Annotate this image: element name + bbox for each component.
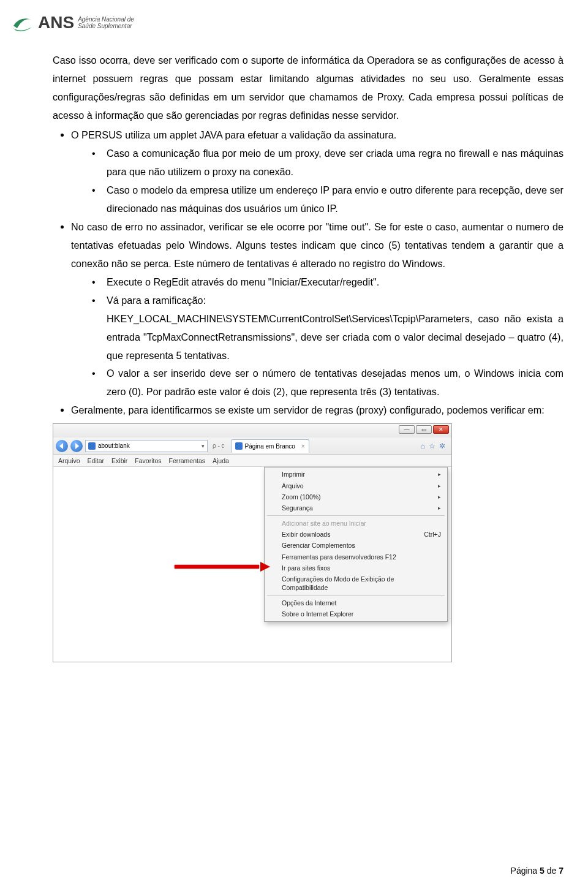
tools-context-menu: Imprimir▸ Arquivo▸ Zoom (100%)▸ Seguranç… <box>264 467 448 621</box>
back-button[interactable] <box>56 440 68 452</box>
menu-editar[interactable]: Editar <box>88 457 104 464</box>
browser-tab[interactable]: Página em Branco × <box>231 439 309 453</box>
menu-ajuda[interactable]: Ajuda <box>213 457 229 464</box>
cm-imprimir[interactable]: Imprimir▸ <box>266 469 446 480</box>
bullet-persus: O PERSUS utiliza um applet JAVA para efe… <box>71 126 564 218</box>
bullet-timeout: No caso de erro no assinador, verificar … <box>71 218 564 402</box>
ans-logo-text: ANS Agência Nacional de Saúde Suplementa… <box>38 14 134 31</box>
menu-separator <box>267 595 445 596</box>
cm-downloads[interactable]: Exibir downloadsCtrl+J <box>266 529 446 540</box>
tab-favicon-icon <box>235 442 243 450</box>
home-icon[interactable]: ⌂ <box>421 442 425 450</box>
registry-path: HKEY_LOCAL_MACHINE\SYSTEM\CurrentControl… <box>107 310 564 365</box>
tab-close-icon[interactable]: × <box>301 443 305 450</box>
gear-icon[interactable]: ✲ <box>439 442 445 450</box>
window-maximize-button[interactable]: ▭ <box>416 425 432 434</box>
menu-arquivo[interactable]: Arquivo <box>58 457 80 464</box>
cm-opcoes-internet[interactable]: Opções da Internet <box>266 597 446 608</box>
address-field[interactable]: about:blank ▾ <box>85 440 208 452</box>
cm-complementos[interactable]: Gerenciar Complementos <box>266 540 446 551</box>
page-header: ANS Agência Nacional de Saúde Suplementa… <box>0 0 588 34</box>
sub-bullet-ip: Caso o modelo da empresa utilize um ende… <box>89 181 564 218</box>
intro-paragraph: Caso isso ocorra, deve ser verificado co… <box>53 51 564 125</box>
menu-favoritos[interactable]: Favoritos <box>135 457 161 464</box>
cm-devtools[interactable]: Ferramentas para desenvolvedores F12 <box>266 551 446 562</box>
cm-add-iniciar: Adicionar site ao menu Iniciar <box>266 518 446 529</box>
cm-compat[interactable]: Configurações do Modo de Exibição de Com… <box>266 573 446 593</box>
page-total: 7 <box>559 866 564 876</box>
sub-bullet-regedit: Execute o RegEdit através do menu "Inici… <box>89 273 564 292</box>
ie-page-icon <box>88 442 96 450</box>
ie-content-area: Imprimir▸ Arquivo▸ Zoom (100%)▸ Seguranç… <box>53 467 451 662</box>
menu-ferramentas[interactable]: Ferramentas <box>169 457 206 464</box>
sub-bullet-proxy: Caso a comunicação flua por meio de um p… <box>89 145 564 181</box>
cm-arquivo[interactable]: Arquivo▸ <box>266 480 446 491</box>
sub-bullet-value: O valor a ser inserido deve ser o número… <box>89 365 564 401</box>
ie-titlebar: — ▭ ✕ <box>53 424 451 437</box>
menu-exibir[interactable]: Exibir <box>111 457 127 464</box>
tab-title: Página em Branco <box>245 443 295 450</box>
ans-logo-icon <box>11 11 34 34</box>
ie-address-bar-row: about:blank ▾ ρ - c Página em Branco × ⌂… <box>53 437 451 455</box>
ie-screenshot: — ▭ ✕ about:blank ▾ ρ - c Página em Bran… <box>53 423 452 662</box>
document-body: Caso isso ocorra, deve ser verificado co… <box>0 34 588 420</box>
address-dropdown-icon[interactable]: ▾ <box>202 443 205 449</box>
logo-abbr: ANS <box>38 14 74 31</box>
sub-bullet-regpath: Vá para a ramificação: HKEY_LOCAL_MACHIN… <box>89 292 564 365</box>
ie-menubar: Arquivo Editar Exibir Favoritos Ferramen… <box>53 455 451 467</box>
logo-subtitle: Agência Nacional de Saúde Suplementar <box>78 16 134 30</box>
tab-strip: Página em Branco × <box>231 439 415 453</box>
bullet-verify-proxy: Geralmente, para identificarmos se exist… <box>71 401 564 420</box>
cm-sites-fixos[interactable]: Ir para sites fixos <box>266 562 446 573</box>
shortcut-label: Ctrl+J <box>424 530 441 539</box>
favorites-icon[interactable]: ☆ <box>429 442 435 450</box>
page-footer: Página 5 de 7 <box>511 866 564 876</box>
chevron-right-icon: ▸ <box>438 471 441 478</box>
chevron-right-icon: ▸ <box>438 504 441 512</box>
cm-zoom[interactable]: Zoom (100%)▸ <box>266 491 446 502</box>
menu-separator <box>267 515 445 516</box>
address-url: about:blank <box>98 442 130 449</box>
forward-button[interactable] <box>70 440 83 452</box>
chevron-right-icon: ▸ <box>438 493 441 501</box>
window-close-button[interactable]: ✕ <box>433 425 449 434</box>
search-hint: ρ - c <box>210 442 227 449</box>
page-current: 5 <box>540 866 545 876</box>
window-minimize-button[interactable]: — <box>399 425 415 434</box>
cm-seguranca[interactable]: Segurança▸ <box>266 502 446 513</box>
highlight-arrow-icon <box>175 562 269 571</box>
chevron-right-icon: ▸ <box>438 482 441 490</box>
cm-sobre[interactable]: Sobre o Internet Explorer <box>266 608 446 619</box>
